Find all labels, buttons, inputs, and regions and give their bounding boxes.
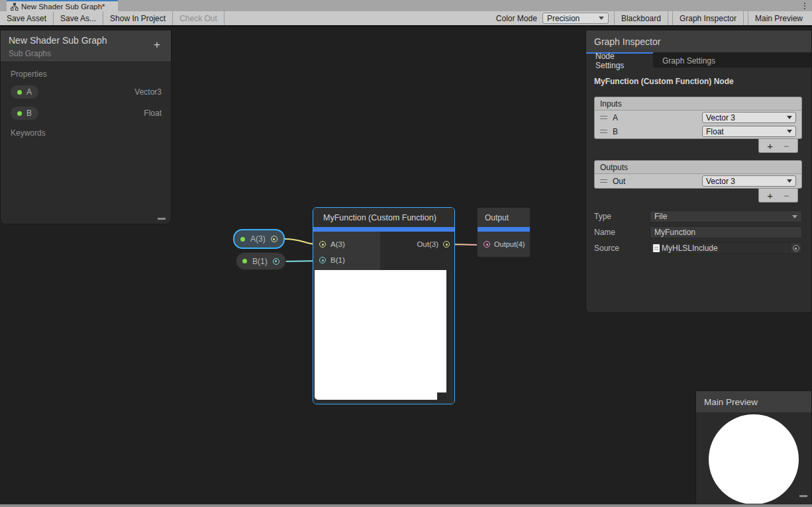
input-b-name: B [613, 127, 697, 136]
source-object-field[interactable]: MyHLSLInclude [650, 242, 802, 254]
blackboard-header[interactable]: New Shader Sub Graph Sub Graphs + [1, 30, 171, 62]
graph-inspector-panel: Graph Inspector Node Settings Graph Sett… [585, 30, 812, 313]
outputs-list-footer: + − [758, 189, 798, 203]
main-preview-resize-handle[interactable] [799, 495, 807, 497]
input-b-type-value: Float [706, 127, 787, 136]
inspector-tab-bar: Node Settings Graph Settings [586, 52, 811, 68]
property-node-a[interactable]: A(3) [233, 229, 285, 249]
window-bottom-edge [0, 504, 812, 507]
exposed-property-dot-icon [240, 237, 245, 242]
source-value: MyHLSLInclude [660, 244, 789, 253]
inputs-list: Inputs A Vector 3 B Float [594, 97, 802, 139]
property-pill-b[interactable]: B [10, 106, 39, 120]
port-a-vector3-icon[interactable] [271, 236, 278, 242]
name-field-row: Name MyFunction [594, 226, 802, 238]
main-preview-body[interactable] [696, 412, 811, 507]
node-preview-image [315, 270, 446, 400]
port-b-float-icon[interactable] [273, 258, 279, 265]
inputs-row-a[interactable]: A Vector 3 [595, 111, 801, 124]
myfunction-node-title[interactable]: MyFunction (Custom Function) [313, 208, 454, 227]
drag-handle-icon[interactable] [600, 179, 607, 183]
remove-input-button[interactable]: − [784, 140, 789, 152]
name-label: Name [594, 228, 650, 237]
drag-handle-icon[interactable] [600, 116, 607, 119]
chevron-down-icon [787, 116, 792, 119]
name-input[interactable]: MyFunction [650, 226, 802, 238]
node-accent-bar [478, 227, 530, 232]
type-dropdown[interactable]: File [650, 210, 802, 222]
object-picker-button[interactable] [789, 243, 801, 254]
preview-sphere [709, 414, 799, 504]
type-label: Type [594, 212, 650, 221]
property-node-b[interactable]: B(1) [236, 252, 286, 270]
main-preview-header[interactable]: Main Preview [696, 391, 811, 412]
output-port-out-label: Out(3) [417, 240, 438, 248]
tab-graph-settings[interactable]: Graph Settings [653, 52, 725, 68]
property-pill-a[interactable]: A [10, 85, 39, 99]
input-port-b-icon[interactable] [319, 257, 326, 263]
exposed-property-dot-icon [17, 90, 22, 95]
output-out-type-value: Vector 3 [706, 177, 787, 186]
blackboard-resize-handle[interactable] [158, 218, 166, 220]
exposed-property-dot-icon [242, 259, 247, 263]
property-node-a-label: A(3) [250, 234, 266, 244]
graph-inspector-header[interactable]: Graph Inspector [586, 30, 811, 52]
output-out-name: Out [613, 177, 697, 186]
outputs-list-header: Outputs [595, 161, 801, 174]
input-port-row-b[interactable]: B(1) [313, 252, 380, 268]
add-output-button[interactable]: + [767, 190, 773, 201]
object-picker-icon [793, 245, 799, 252]
input-port-b-label: B(1) [330, 256, 345, 264]
node-preview-resize-handle[interactable] [437, 392, 446, 400]
inputs-list-footer: + − [758, 139, 798, 153]
drag-handle-icon[interactable] [600, 130, 607, 133]
source-label: Source [594, 244, 650, 253]
main-preview-panel: Main Preview [695, 391, 812, 507]
property-row-b[interactable]: B Float [1, 105, 171, 121]
myfunction-input-ports: A(3) B(1) [313, 232, 380, 270]
chevron-down-icon [787, 179, 792, 183]
output-port-label: Output(4) [494, 240, 525, 248]
exposed-property-dot-icon [17, 111, 22, 116]
outputs-row-out[interactable]: Out Vector 3 [595, 174, 801, 188]
inputs-row-b[interactable]: B Float [595, 124, 801, 138]
type-field-row: Type File [594, 210, 802, 222]
input-port-a-icon[interactable] [319, 241, 326, 248]
output-out-type-dropdown[interactable]: Vector 3 [702, 175, 796, 187]
file-icon [653, 244, 660, 252]
output-node[interactable]: Output Output(4) [477, 207, 531, 257]
main-preview-title: Main Preview [704, 397, 758, 407]
chevron-down-icon [792, 215, 797, 218]
input-a-type-dropdown[interactable]: Vector 3 [702, 112, 796, 123]
inspector-node-heading: MyFunction (Custom Function) Node [594, 77, 803, 86]
input-a-name: A [613, 113, 697, 122]
input-port-a-label: A(3) [330, 240, 345, 248]
output-port-out-icon[interactable] [443, 241, 450, 248]
name-value: MyFunction [654, 228, 797, 237]
property-b-name: B [26, 109, 32, 118]
output-port-icon[interactable] [483, 241, 490, 248]
property-a-name: A [26, 87, 32, 97]
property-node-b-label: B(1) [252, 257, 268, 266]
type-value: File [654, 212, 792, 221]
add-property-button[interactable]: + [151, 39, 163, 51]
input-port-row-a[interactable]: A(3) [313, 236, 380, 252]
myfunction-output-ports: Out(3) [380, 232, 454, 270]
blackboard-subtitle: Sub Graphs [9, 49, 51, 58]
node-accent-bar [313, 227, 454, 232]
input-a-type-value: Vector 3 [706, 113, 787, 122]
input-b-type-dropdown[interactable]: Float [702, 126, 796, 137]
outputs-list: Outputs Out Vector 3 [594, 160, 802, 189]
property-row-a[interactable]: A Vector3 [1, 84, 171, 100]
graph-inspector-title: Graph Inspector [594, 36, 660, 47]
add-input-button[interactable]: + [767, 140, 773, 152]
myfunction-node-preview [313, 270, 454, 404]
output-node-title[interactable]: Output [478, 208, 530, 227]
tab-node-settings[interactable]: Node Settings [586, 52, 653, 68]
output-port-row[interactable]: Output(4) [478, 232, 530, 257]
property-b-type: Float [144, 109, 162, 118]
myfunction-node[interactable]: MyFunction (Custom Function) A(3) B(1) O… [313, 207, 455, 404]
blackboard-title: New Shader Sub Graph [9, 35, 107, 46]
output-port-row-out[interactable]: Out(3) [417, 236, 454, 252]
remove-output-button[interactable]: − [784, 190, 789, 201]
